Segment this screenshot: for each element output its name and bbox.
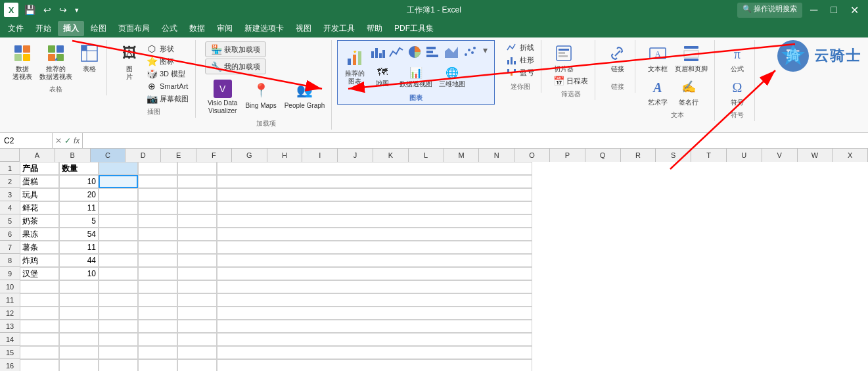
btn-shape[interactable]: ⬡ 形状 <box>144 43 191 55</box>
menu-item-layout[interactable]: 页面布局 <box>113 21 155 36</box>
row-header-7[interactable]: 7 <box>0 241 20 254</box>
col-header-S[interactable]: S <box>656 149 691 162</box>
col-header-I[interactable]: I <box>302 149 338 162</box>
quick-undo[interactable]: ↩ <box>41 3 53 16</box>
cell-reference-box[interactable]: C2 <box>0 133 53 148</box>
row-header-12[interactable]: 12 <box>0 307 20 320</box>
btn-line-chart[interactable] <box>388 43 405 62</box>
btn-more-charts[interactable]: ▾ <box>480 43 490 62</box>
formula-cancel-icon[interactable]: ✕ <box>55 136 62 145</box>
btn-my-addin[interactable]: 🔧 我的加载项 <box>205 59 266 74</box>
col-header-L[interactable]: L <box>409 149 444 162</box>
btn-sparkline-line[interactable]: 折线 <box>504 41 537 53</box>
menu-item-formula[interactable]: 公式 <box>156 21 183 36</box>
col-header-W[interactable]: W <box>798 149 833 162</box>
col-header-J[interactable]: J <box>338 149 373 162</box>
btn-people-graph[interactable]: 👥 People Graph <box>282 78 328 116</box>
menu-item-insert[interactable]: 插入 <box>58 21 84 36</box>
col-header-C[interactable]: C <box>91 149 126 162</box>
maximize-btn[interactable]: □ <box>825 3 842 18</box>
row-header-4[interactable]: 4 <box>0 201 20 214</box>
btn-col-chart[interactable] <box>369 43 386 62</box>
btn-screenshot[interactable]: 📷 屏幕截图 <box>144 93 191 105</box>
col-header-H[interactable]: H <box>267 149 303 162</box>
btn-map[interactable]: 🗺 地图 <box>369 65 396 89</box>
cell-D1[interactable] <box>138 162 177 175</box>
btn-bing-maps[interactable]: 📍 Bing Maps <box>242 78 279 116</box>
col-header-T[interactable]: T <box>691 149 727 162</box>
row-header-13[interactable]: 13 <box>0 320 20 333</box>
btn-table[interactable]: 表格 <box>76 41 103 74</box>
btn-recommend-chart[interactable]: ★ 推荐的图表 <box>342 46 368 87</box>
row-header-14[interactable]: 14 <box>0 333 20 346</box>
cell-A4[interactable]: 鲜花 <box>20 201 59 214</box>
cell-E3[interactable] <box>177 188 217 201</box>
menu-item-dev[interactable]: 开发工具 <box>318 21 360 36</box>
row-header-2[interactable]: 2 <box>0 175 20 188</box>
formula-confirm-icon[interactable]: ✓ <box>64 136 71 145</box>
close-btn[interactable]: ✕ <box>845 3 864 18</box>
minimize-btn[interactable]: ─ <box>805 3 823 18</box>
col-header-V[interactable]: V <box>762 149 798 162</box>
row-header-3[interactable]: 3 <box>0 188 20 201</box>
menu-item-data[interactable]: 数据 <box>184 21 210 36</box>
cell-A9[interactable]: 汉堡 <box>20 267 59 280</box>
cell-B9[interactable]: 10 <box>59 267 99 280</box>
menu-item-file[interactable]: 文件 <box>3 21 29 36</box>
row-header-1[interactable]: 1 <box>0 162 20 175</box>
cell-C3[interactable] <box>99 188 138 201</box>
formula-fx-icon[interactable]: fx <box>74 136 80 145</box>
col-header-R[interactable]: R <box>621 149 656 162</box>
cell-D2[interactable] <box>138 175 177 188</box>
btn-bar-chart[interactable] <box>424 43 442 62</box>
btn-slicer[interactable]: 切片器 <box>551 41 577 74</box>
btn-pivot[interactable]: 数据透视表 <box>9 41 35 82</box>
col-header-P[interactable]: P <box>550 149 585 162</box>
cell-E2[interactable] <box>177 175 217 188</box>
col-header-O[interactable]: O <box>514 149 550 162</box>
btn-get-addin[interactable]: 🏪 获取加载项 <box>205 41 266 57</box>
btn-scatter-chart[interactable] <box>461 43 478 62</box>
btn-equation[interactable]: π 公式 <box>724 41 750 74</box>
row-header-10[interactable]: 10 <box>0 280 20 293</box>
btn-smartart[interactable]: ⊕ SmartArt <box>144 80 191 92</box>
cell-B5[interactable]: 5 <box>59 214 99 228</box>
btn-signline[interactable]: ✍ 签名行 <box>672 75 705 108</box>
btn-header-footer[interactable]: 页眉和页脚 <box>672 41 710 74</box>
btn-symbol[interactable]: Ω 符号 <box>724 75 750 108</box>
cell-D3[interactable] <box>138 188 177 201</box>
btn-link[interactable]: 链接 <box>605 41 631 74</box>
col-header-A[interactable]: A <box>20 149 55 162</box>
menu-item-pdf[interactable]: PDF工具集 <box>389 21 439 36</box>
menu-item-newtab[interactable]: 新建选项卡 <box>239 21 289 36</box>
btn-area-chart[interactable] <box>443 43 460 62</box>
col-header-Q[interactable]: Q <box>585 149 621 162</box>
col-header-G[interactable]: G <box>232 149 267 162</box>
row-header-15[interactable]: 15 <box>0 346 20 359</box>
btn-icon[interactable]: ⭐ 图标 <box>144 55 191 67</box>
quick-save[interactable]: 💾 <box>22 3 37 16</box>
cell-A3[interactable]: 玩具 <box>20 188 59 201</box>
quick-redo[interactable]: ↪ <box>57 3 69 16</box>
btn-wordart[interactable]: A 艺术字 <box>645 75 671 108</box>
col-header-M[interactable]: M <box>444 149 480 162</box>
cell-C4[interactable] <box>99 201 138 214</box>
btn-picture[interactable]: 🖼 图片 <box>116 41 143 82</box>
col-header-K[interactable]: K <box>373 149 409 162</box>
btn-visio[interactable]: V Visio DataVisualizer <box>205 78 240 116</box>
btn-sparkline-col[interactable]: 柱形 <box>504 54 537 66</box>
cell-B3[interactable]: 20 <box>59 188 99 201</box>
col-header-X[interactable]: X <box>833 149 868 162</box>
cell-B1[interactable]: 数量 <box>59 162 99 175</box>
cell-B8[interactable]: 44 <box>59 254 99 267</box>
col-header-N[interactable]: N <box>479 149 514 162</box>
menu-item-home[interactable]: 开始 <box>30 21 57 36</box>
btn-3dmap[interactable]: 🌐 三维地图 <box>436 65 468 89</box>
row-header-9[interactable]: 9 <box>0 267 20 280</box>
cell-A1[interactable]: 产品 <box>20 162 59 175</box>
cell-A7[interactable]: 薯条 <box>20 241 59 254</box>
btn-pie-chart[interactable] <box>406 43 423 62</box>
btn-pivot-chart[interactable]: 📊 数据透视图 <box>397 65 435 89</box>
cell-A6[interactable]: 果冻 <box>20 228 59 241</box>
col-header-B[interactable]: B <box>55 149 91 162</box>
